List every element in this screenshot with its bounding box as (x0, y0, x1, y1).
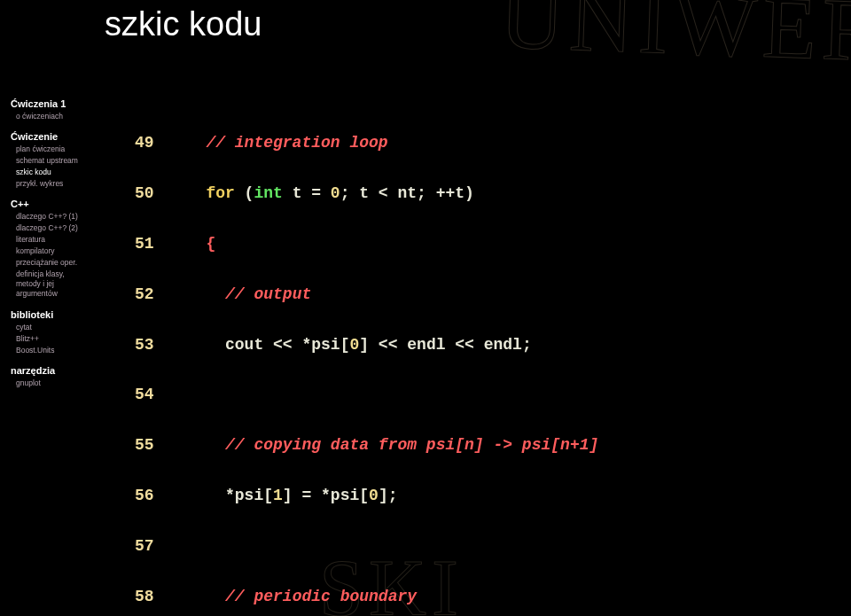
code-text: t = (283, 184, 331, 202)
sidebar-section-biblioteki[interactable]: biblioteki (11, 309, 117, 320)
comment: // periodic boundary (225, 588, 417, 605)
sidebar-item-literatura[interactable]: literatura (11, 233, 117, 245)
sidebar-item-kompilatory[interactable]: kompilatory (11, 245, 117, 256)
sidebar-item-gnuplot[interactable]: gnuplot (11, 377, 117, 388)
sidebar: Ćwiczenia 1 o ćwiczeniach Ćwiczenie plan… (11, 89, 117, 388)
sidebar-item-przeciazanie[interactable]: przeciążanie oper. (11, 256, 117, 268)
sidebar-item-schemat[interactable]: schemat upstream (11, 154, 117, 166)
line-number: 50 (135, 181, 177, 206)
sidebar-item-szkic-kodu[interactable]: szkic kodu (11, 166, 117, 177)
code-text: ( (235, 184, 254, 202)
sidebar-section-cwiczenia1[interactable]: Ćwiczenia 1 (11, 98, 117, 109)
type-int: int (254, 184, 282, 202)
number: 1 (273, 487, 283, 504)
line-number: 52 (135, 282, 177, 307)
sidebar-item-plan[interactable]: plan ćwiczenia (11, 143, 117, 154)
watermark-top: UNIWER (498, 0, 851, 82)
line-number: 55 (135, 433, 177, 457)
sidebar-item-wykres[interactable]: przykł. wykres (11, 177, 117, 189)
line-number: 51 (135, 231, 177, 256)
sidebar-item-boost[interactable]: Boost.Units (11, 344, 117, 355)
sidebar-item-cytat[interactable]: cytat (11, 321, 117, 332)
sidebar-item-definicja[interactable]: definicja klasy,metody i jejargumentów (11, 268, 117, 300)
comment: // output (225, 285, 311, 303)
sidebar-item-blitz[interactable]: Blitz++ (11, 332, 117, 344)
code-text: ] << endl << endl; (359, 336, 531, 354)
sidebar-item-dlaczego2[interactable]: dlaczego C++? (2) (11, 222, 117, 233)
line-number: 49 (135, 130, 177, 155)
comment: // copying data from psi[n] -> psi[n+1] (225, 436, 598, 454)
page-title: szkic kodu (105, 5, 262, 43)
comment: // integration loop (206, 134, 387, 152)
keyword-for: for (206, 184, 234, 202)
number: 0 (349, 336, 359, 354)
code-text: cout << *psi[ (225, 336, 349, 354)
sidebar-item-o-cwiczeniach[interactable]: o ćwiczeniach (11, 110, 117, 121)
sidebar-section-narzedzia[interactable]: narzędzia (11, 365, 117, 376)
code-text: ; t < nt; ++t) (340, 184, 474, 202)
sidebar-item-dlaczego1[interactable]: dlaczego C++? (1) (11, 210, 117, 222)
line-number: 58 (135, 584, 177, 609)
code-text: ]; (379, 487, 398, 504)
sidebar-section-cwiczenie[interactable]: Ćwiczenie (11, 131, 117, 142)
code-text: ] = *psi[ (283, 487, 369, 504)
sidebar-section-cpp[interactable]: C++ (11, 199, 117, 209)
brace: { (206, 235, 215, 253)
code-text: *psi[ (225, 487, 273, 504)
line-number: 53 (135, 332, 177, 357)
line-number: 57 (135, 534, 177, 558)
code-block: 49 // integration loop 50 for (int t = 0… (135, 105, 666, 616)
line-number: 54 (135, 382, 177, 407)
number: 0 (331, 184, 340, 202)
line-number: 56 (135, 483, 177, 508)
number: 0 (369, 487, 379, 504)
